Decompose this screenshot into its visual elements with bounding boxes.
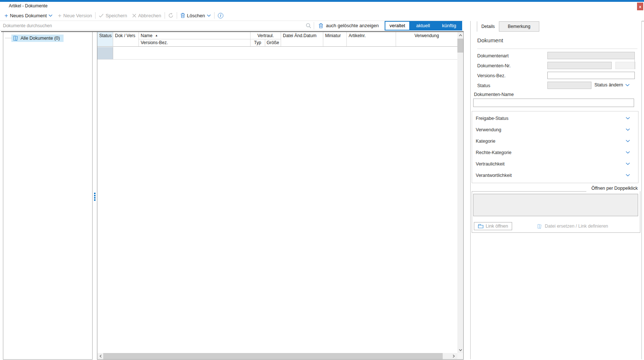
new-version-button[interactable]: + Neue Version <box>55 11 94 20</box>
status-change-label: Status ändern <box>594 82 623 88</box>
replace-file-button[interactable]: Datei ersetzen / Link definieren <box>537 222 608 230</box>
details-tab-bar: Details Bemerkung <box>477 21 539 32</box>
splitter-dot <box>94 195 96 196</box>
documents-icon <box>537 224 542 229</box>
dokumenten-nr-extra-field <box>615 62 636 69</box>
delete-button[interactable]: Löschen <box>178 11 213 20</box>
plus-icon: + <box>58 13 61 19</box>
filter-kuenftig[interactable]: künftig <box>436 21 462 31</box>
search-separator <box>314 22 314 29</box>
new-version-label: Neue Version <box>63 13 92 18</box>
section-verantwortlichkeit[interactable]: Verantwortlichkeit <box>472 170 638 181</box>
refresh-icon <box>168 13 173 18</box>
cancel-label: Abbrechen <box>138 13 161 18</box>
vertical-scrollbar[interactable] <box>457 32 463 353</box>
check-icon <box>99 14 104 18</box>
column-subheader-row: Typ Größe <box>251 39 281 46</box>
chevron-down-icon <box>626 174 630 177</box>
scroll-up-arrow-icon[interactable] <box>457 32 463 38</box>
attribute-sections: Freigabe-Status Verwendung Kategorie Rec… <box>472 111 638 183</box>
scroll-down-arrow-icon[interactable] <box>457 347 463 353</box>
section-vertraulichkeit[interactable]: Vertraulichkeit <box>472 158 638 170</box>
column-header-typ[interactable]: Typ <box>251 39 265 46</box>
search-input[interactable] <box>0 21 303 30</box>
toolbar-separator <box>177 12 177 19</box>
chevron-down-icon <box>625 84 630 86</box>
info-icon: i <box>218 13 223 18</box>
section-verwendung[interactable]: Verwendung <box>472 124 638 135</box>
column-header-dok-vers[interactable]: Dok / Vers <box>113 32 139 46</box>
section-label: Freigabe-Status <box>476 116 508 121</box>
document-tree-panel: Alle Dokumente (0) <box>3 32 93 360</box>
trash-icon <box>180 13 185 18</box>
section-freigabe-status[interactable]: Freigabe-Status <box>472 113 638 124</box>
tree-node-selected[interactable]: Alle Dokumente (0) <box>11 35 64 42</box>
tree-root-item[interactable]: Alle Dokumente (0) <box>5 34 64 42</box>
status-change-button[interactable]: Status ändern <box>594 82 630 88</box>
horizontal-scrollbar[interactable] <box>97 353 457 359</box>
column-header-groesse[interactable]: Größe <box>265 39 281 46</box>
scroll-right-arrow-icon[interactable] <box>451 353 456 359</box>
status-field <box>547 82 591 89</box>
name-header-label: Name <box>141 33 152 38</box>
tab-details[interactable]: Details <box>477 21 499 32</box>
grid-new-item-row[interactable] <box>97 47 457 60</box>
save-button[interactable]: Speichern <box>96 11 130 20</box>
show-deleted-toggle[interactable]: auch gelöschte anzeigen <box>319 23 379 28</box>
column-header-datei-aend-datum[interactable]: Datei Änd.Datum <box>281 32 323 46</box>
filter-veraltet[interactable]: veraltet <box>385 21 410 31</box>
dokumenten-name-field[interactable] <box>473 99 634 107</box>
chevron-down-icon <box>626 140 630 142</box>
dokumenten-name-label: Dokumenten-Name <box>474 92 514 97</box>
open-link-label: Link öffnen <box>486 224 508 229</box>
plus-icon: + <box>4 13 8 19</box>
section-label: Verwendung <box>476 127 501 132</box>
row-status-cell <box>97 47 113 59</box>
column-header-artikelnr[interactable]: Artikelnr. <box>347 32 396 46</box>
x-icon <box>132 14 136 18</box>
chevron-down-icon <box>48 14 53 17</box>
save-label: Speichern <box>105 13 127 18</box>
column-header-miniatur[interactable]: Miniatur <box>323 32 347 46</box>
chevron-down-icon <box>626 151 630 154</box>
open-on-doubleclick-title: Öffnen per Doppelklick <box>591 186 638 191</box>
column-header-vertraul[interactable]: Vertraul. <box>251 32 281 39</box>
document-section-title: Dokument <box>477 37 503 44</box>
horizontal-scroll-thumb[interactable] <box>103 353 443 359</box>
show-deleted-label: auch gelöschte anzeigen <box>326 23 379 28</box>
versions-bez-field[interactable] <box>547 72 635 79</box>
search-icon[interactable] <box>303 23 314 29</box>
chevron-down-icon <box>626 163 630 165</box>
new-document-button[interactable]: + Neues Dokument <box>2 11 55 20</box>
tab-bemerkung[interactable]: Bemerkung <box>499 21 539 32</box>
chevron-down-icon <box>626 128 630 131</box>
column-group-vertraul: Vertraul. Typ Größe <box>251 32 281 46</box>
chevron-down-icon <box>207 14 211 17</box>
column-header-verwendung[interactable]: Verwendung <box>396 32 457 46</box>
vertical-scroll-thumb[interactable] <box>457 39 463 53</box>
column-group-name: Name▲ Versions-Bez. <box>139 32 251 46</box>
open-link-button[interactable]: Link öffnen <box>474 222 512 230</box>
window-title: Artikel - Dokumente <box>9 3 47 8</box>
replace-file-label: Datei ersetzen / Link definieren <box>545 224 608 229</box>
sort-ascending-icon: ▲ <box>155 34 158 37</box>
section-kategorie[interactable]: Kategorie <box>472 135 638 147</box>
search-bar: auch gelöschte anzeigen veraltet aktuell… <box>0 21 464 31</box>
tree-root-label: Alle Dokumente (0) <box>21 36 60 41</box>
column-header-status[interactable]: Status <box>97 32 113 46</box>
column-header-versions-bez[interactable]: Versions-Bez. <box>139 39 250 46</box>
section-rechte-kategorie[interactable]: Rechte-Kategorie <box>472 147 638 158</box>
cancel-button[interactable]: Abbrechen <box>130 11 164 20</box>
splitter-dot <box>94 199 96 201</box>
section-title-underline <box>477 49 637 49</box>
dokumenten-nr-field <box>547 62 612 69</box>
filter-aktuell[interactable]: aktuell <box>410 21 436 31</box>
column-header-name[interactable]: Name▲ <box>139 32 251 39</box>
close-button[interactable]: x <box>637 3 643 10</box>
tree-connector-line <box>5 38 11 38</box>
refresh-button[interactable] <box>166 11 176 20</box>
splitter-handle[interactable] <box>94 193 96 201</box>
scroll-left-arrow-icon[interactable] <box>98 353 103 359</box>
chevron-down-icon <box>626 117 630 120</box>
info-button[interactable]: i <box>215 11 226 20</box>
